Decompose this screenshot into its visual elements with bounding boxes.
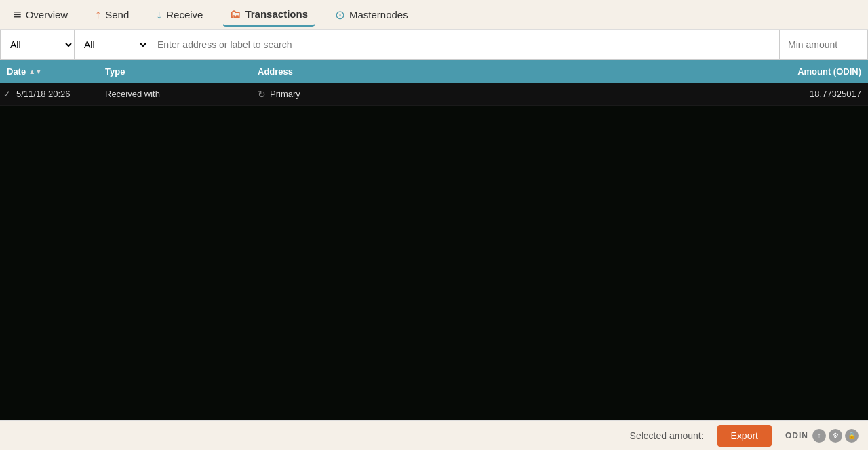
min-amount-input[interactable]: [780, 30, 868, 60]
address-header-label: Address: [258, 66, 293, 77]
main-table-area: ✓ 5/11/18 20:26 Received with ↻ Primary …: [0, 83, 868, 420]
receive-icon: [156, 7, 162, 22]
col-header-amount: Amount (ODIN): [770, 66, 868, 77]
row-amount: 18.77325017: [770, 89, 868, 99]
overview-icon: [14, 7, 22, 22]
filter-bar: All All: [0, 30, 868, 60]
transactions-icon: [230, 7, 241, 21]
footer-icon-up[interactable]: ↑: [812, 429, 826, 443]
footer: Selected amount: Export ODIN ↑ ⚙ 🔒: [0, 420, 868, 450]
selected-amount-label: Selected amount:: [630, 430, 704, 441]
address-filter-select[interactable]: All: [75, 30, 149, 60]
col-header-type: Type: [98, 66, 251, 77]
brand-label: ODIN: [785, 431, 808, 441]
type-filter-select[interactable]: All: [0, 30, 75, 60]
col-header-address: Address: [251, 66, 770, 77]
nav-transactions-label: Transactions: [245, 8, 308, 20]
row-address: ↻ Primary: [251, 89, 770, 100]
date-sort-icon: ▲▼: [28, 68, 42, 75]
col-header-date[interactable]: Date ▲▼: [0, 66, 98, 77]
nav-send[interactable]: Send: [88, 3, 136, 26]
nav-masternodes-label: Masternodes: [349, 9, 408, 20]
table-header: Date ▲▼ Type Address Amount (ODIN): [0, 60, 868, 83]
row-date: 5/11/18 20:26: [14, 89, 98, 99]
footer-brand-area: ODIN ↑ ⚙ 🔒: [785, 429, 859, 443]
row-address-label: Primary: [270, 89, 300, 99]
footer-icon-lock[interactable]: 🔒: [845, 429, 859, 443]
table-row[interactable]: ✓ 5/11/18 20:26 Received with ↻ Primary …: [0, 83, 868, 106]
address-refresh-icon: ↻: [258, 89, 266, 100]
nav-receive-label: Receive: [166, 9, 203, 20]
send-icon: [95, 7, 101, 22]
nav-transactions[interactable]: Transactions: [223, 3, 315, 27]
row-checkbox[interactable]: ✓: [0, 89, 14, 99]
footer-icon-settings[interactable]: ⚙: [829, 429, 842, 443]
masternodes-icon: [335, 7, 345, 22]
nav-send-label: Send: [105, 9, 129, 20]
type-header-label: Type: [105, 66, 125, 77]
nav-overview-label: Overview: [26, 9, 68, 20]
row-type: Received with: [98, 89, 251, 99]
nav-receive[interactable]: Receive: [149, 3, 210, 26]
navbar: Overview Send Receive Transactions Maste…: [0, 0, 868, 30]
amount-header-label: Amount (ODIN): [797, 66, 861, 77]
export-button[interactable]: Export: [717, 425, 772, 447]
date-header-label: Date: [7, 66, 26, 77]
nav-masternodes[interactable]: Masternodes: [328, 3, 415, 26]
footer-icons: ↑ ⚙ 🔒: [812, 429, 859, 443]
address-search-input[interactable]: [149, 30, 780, 60]
nav-overview[interactable]: Overview: [7, 3, 75, 26]
